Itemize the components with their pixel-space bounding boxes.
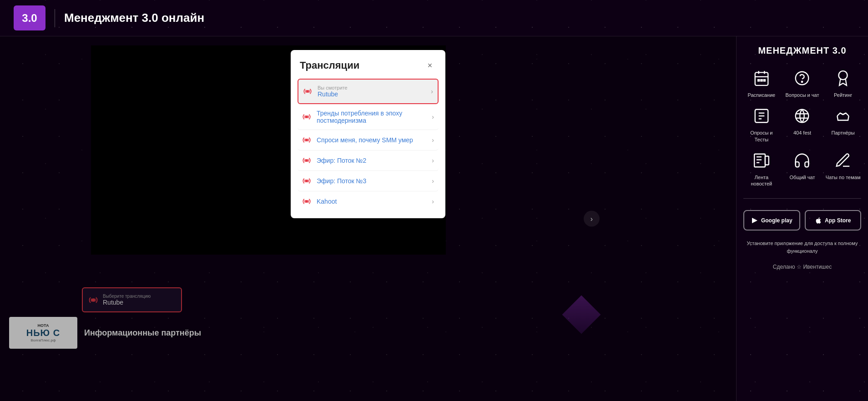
broadcast-content-smm: Спроси меня, почему SMM умер bbox=[317, 136, 426, 144]
sidebar-item-qa[interactable]: Вопросы и чат bbox=[784, 67, 821, 98]
broadcast-arrow-efir3: › bbox=[432, 177, 434, 185]
header-title: Менеджмент 3.0 онлайн bbox=[64, 11, 204, 25]
google-play-label: Google play bbox=[761, 217, 792, 224]
google-play-icon bbox=[751, 217, 758, 224]
broadcast-content-rutube: Вы смотрите Rutube bbox=[318, 85, 425, 98]
svg-point-4 bbox=[306, 160, 308, 161]
broadcast-item-smm[interactable]: Спроси меня, почему SMM умер › bbox=[298, 130, 439, 150]
main-layout: Выберите трансляцию Rutube НОТА НЬЮ С Во… bbox=[0, 36, 868, 401]
modal-title: Трансляции bbox=[300, 60, 359, 71]
handshake-icon bbox=[832, 105, 854, 127]
sidebar-item-label-schedule: Расписание bbox=[748, 92, 776, 98]
broadcast-radio-icon-rutube bbox=[303, 87, 312, 96]
sidebar-item-chat[interactable]: Общий чат bbox=[784, 150, 821, 187]
broadcast-title-trendy: Тренды потребления в эпоху постмодернизм… bbox=[317, 110, 426, 124]
award-icon bbox=[832, 67, 854, 89]
broadcast-arrow-trendy: › bbox=[432, 113, 434, 120]
sidebar-icons-grid: Расписание Вопросы и чат Рейтинг Опросы … bbox=[743, 67, 861, 187]
broadcast-radio-icon-trendy bbox=[302, 112, 311, 121]
sidebar-item-polls[interactable]: Опросы и Тесты bbox=[743, 105, 780, 143]
broadcast-arrow-efir2: › bbox=[432, 157, 434, 164]
broadcast-content-efir3: Эфир: Поток №3 bbox=[317, 177, 426, 185]
logo: 3.0 bbox=[14, 5, 45, 30]
sidebar-item-schedule[interactable]: Расписание bbox=[743, 67, 780, 98]
newspaper-icon bbox=[751, 150, 772, 171]
sidebar-item-fest404[interactable]: 404 fest bbox=[784, 105, 821, 143]
broadcast-title-efir2: Эфир: Поток №2 bbox=[317, 157, 426, 164]
sidebar-item-label-polls: Опросы и Тесты bbox=[743, 130, 780, 143]
broadcast-item-efir2[interactable]: Эфир: Поток №2 › bbox=[298, 150, 439, 171]
broadcast-sublabel: Вы смотрите bbox=[318, 85, 425, 90]
modal-body: Вы смотрите Rutube › Тренды потребления … bbox=[291, 79, 445, 218]
sidebar-item-topicchats[interactable]: Чаты по темам bbox=[825, 150, 861, 187]
broadcast-title-efir3: Эфир: Поток №3 bbox=[317, 177, 426, 185]
sidebar-item-news[interactable]: Лента новостей bbox=[743, 150, 780, 187]
sidebar-item-label-rating: Рейтинг bbox=[834, 92, 852, 98]
store-buttons: Google play App Store bbox=[743, 210, 861, 231]
broadcast-arrow-rutube: › bbox=[431, 88, 433, 95]
broadcasts-modal: Трансляции × Вы смотрите Rutube › bbox=[291, 50, 445, 218]
sidebar-item-label-partners: Партнёры bbox=[832, 130, 855, 136]
svg-point-6 bbox=[306, 200, 308, 202]
question-icon bbox=[791, 67, 813, 89]
apple-icon bbox=[815, 217, 822, 224]
made-by: Сделано ☆ Ивентишес bbox=[773, 264, 832, 270]
made-by-text: Сделано bbox=[773, 264, 795, 270]
broadcast-content-efir2: Эфир: Поток №2 bbox=[317, 157, 426, 164]
svg-point-2 bbox=[306, 116, 308, 118]
broadcast-radio-icon-kahoot bbox=[302, 197, 311, 206]
sidebar-divider bbox=[743, 198, 861, 199]
app-store-label: App Store bbox=[825, 217, 851, 224]
modal-overlay: Трансляции × Вы смотрите Rutube › bbox=[0, 36, 736, 401]
svg-rect-12 bbox=[761, 80, 762, 81]
broadcast-content-kahoot: Kahoot bbox=[317, 198, 426, 205]
svg-rect-24 bbox=[754, 154, 765, 167]
pen-icon bbox=[832, 150, 854, 171]
broadcast-item-efir3[interactable]: Эфир: Поток №3 › bbox=[298, 171, 439, 191]
broadcast-title-rutube: Rutube bbox=[318, 90, 425, 98]
google-play-button[interactable]: Google play bbox=[743, 210, 800, 231]
header: 3.0 Менеджмент 3.0 онлайн bbox=[0, 0, 868, 36]
broadcast-item-rutube[interactable]: Вы смотрите Rutube › bbox=[298, 79, 439, 104]
calendar-icon bbox=[751, 67, 772, 89]
svg-point-1 bbox=[307, 90, 308, 92]
right-sidebar: МЕНЕДЖМЕНТ 3.0 Расписание Вопросы и чат … bbox=[736, 36, 868, 401]
made-by-company: Ивентишес bbox=[803, 264, 832, 270]
svg-point-16 bbox=[839, 71, 848, 80]
sidebar-item-label-fest404: 404 fest bbox=[793, 130, 811, 136]
modal-close-button[interactable]: × bbox=[424, 59, 436, 72]
logo-text: 3.0 bbox=[22, 12, 37, 25]
header-divider bbox=[55, 9, 55, 27]
broadcast-arrow-smm: › bbox=[432, 136, 434, 144]
content-area: Выберите трансляцию Rutube НОТА НЬЮ С Во… bbox=[0, 36, 736, 401]
app-store-button[interactable]: App Store bbox=[805, 210, 862, 231]
list-icon bbox=[751, 105, 772, 127]
broadcast-arrow-kahoot: › bbox=[432, 198, 434, 205]
svg-point-5 bbox=[306, 180, 308, 182]
sidebar-item-rating[interactable]: Рейтинг bbox=[825, 67, 861, 98]
svg-point-21 bbox=[796, 110, 809, 123]
sidebar-item-partners[interactable]: Партнёры bbox=[825, 105, 861, 143]
store-note: Установите приложение для доступа к полн… bbox=[743, 240, 861, 255]
broadcast-item-trendy[interactable]: Тренды потребления в эпоху постмодернизм… bbox=[298, 104, 439, 130]
broadcast-radio-icon-smm bbox=[302, 135, 311, 145]
broadcast-radio-icon-efir3 bbox=[302, 176, 311, 185]
svg-rect-7 bbox=[755, 72, 768, 85]
svg-rect-13 bbox=[764, 80, 765, 81]
broadcast-title-kahoot: Kahoot bbox=[317, 198, 426, 205]
broadcast-content-trendy: Тренды потребления в эпоху постмодернизм… bbox=[317, 110, 426, 124]
sidebar-title: МЕНЕДЖМЕНТ 3.0 bbox=[758, 45, 846, 56]
sidebar-item-label-news: Лента новостей bbox=[743, 174, 780, 187]
svg-rect-11 bbox=[758, 80, 759, 81]
svg-point-3 bbox=[306, 139, 308, 141]
broadcast-radio-icon-efir2 bbox=[302, 156, 311, 165]
modal-header: Трансляции × bbox=[291, 50, 445, 79]
made-by-star: ☆ bbox=[797, 264, 802, 270]
sidebar-item-label-qa: Вопросы и чат bbox=[786, 92, 819, 98]
sidebar-item-label-chat: Общий чат bbox=[790, 174, 815, 180]
broadcast-title-smm: Спроси меня, почему SMM умер bbox=[317, 136, 426, 144]
headset-icon bbox=[791, 150, 813, 171]
broadcast-item-kahoot[interactable]: Kahoot › bbox=[298, 191, 439, 211]
svg-rect-25 bbox=[765, 156, 769, 165]
globe-icon bbox=[791, 105, 813, 127]
